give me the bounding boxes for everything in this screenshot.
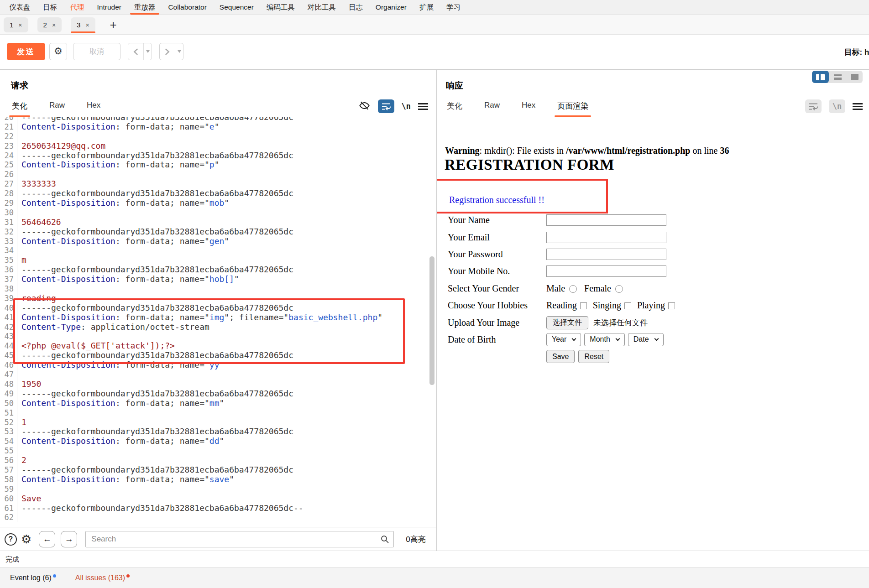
text-input[interactable] xyxy=(546,232,666,243)
add-tab-button[interactable]: + xyxy=(107,19,120,31)
close-tab-icon[interactable]: × xyxy=(52,21,56,29)
checkbox-singing[interactable] xyxy=(624,302,631,309)
menu-item-仪表盘[interactable]: 仪表盘 xyxy=(3,0,37,15)
chevron-right-icon[interactable] xyxy=(160,43,175,60)
close-tab-icon[interactable]: × xyxy=(18,21,22,29)
editor-menu-icon[interactable] xyxy=(418,103,428,110)
menu-item-Intruder[interactable]: Intruder xyxy=(91,0,128,15)
request-line: 29Content-Disposition: form-data; name="… xyxy=(0,198,436,208)
select-date[interactable]: Date xyxy=(628,333,664,346)
select-year[interactable]: Year xyxy=(546,333,581,346)
chevron-down-icon xyxy=(572,337,576,341)
request-editor[interactable]: 20------geckoformboundaryd351da7b32881ec… xyxy=(0,117,436,527)
repeater-tab-2[interactable]: 2× xyxy=(37,17,62,32)
response-view-tabs: 美化RawHex页面渲染 xyxy=(446,99,589,117)
response-panel: 响应 美化RawHex页面渲染 \n Warning: mkdir(): Fil… xyxy=(437,70,869,551)
forward-history-dropdown[interactable] xyxy=(175,43,183,60)
word-wrap-icon[interactable] xyxy=(378,99,394,113)
line-number: 21 xyxy=(0,122,14,132)
line-text: ------geckoformboundaryd351da7b32881ecba… xyxy=(17,265,436,275)
request-view-tab-Hex[interactable]: Hex xyxy=(86,99,101,117)
gear-icon: ⚙ xyxy=(54,46,63,57)
line-number: 24 xyxy=(0,151,14,161)
repeater-tab-1[interactable]: 1× xyxy=(4,17,28,32)
line-text: m xyxy=(17,255,436,265)
menu-item-扩展[interactable]: 扩展 xyxy=(413,0,440,15)
back-request-split-button[interactable] xyxy=(128,43,152,60)
line-number: 27 xyxy=(0,179,14,189)
split-rows-layout-button[interactable] xyxy=(829,71,846,83)
search-settings-gear-icon[interactable]: ⚙ xyxy=(21,533,31,545)
all-issues-link[interactable]: All issues (163) xyxy=(75,574,125,582)
send-button[interactable]: 发送 xyxy=(7,43,45,60)
form-row-your-email: Your Email xyxy=(448,229,681,245)
menu-item-目标[interactable]: 目标 xyxy=(37,0,64,15)
newline-icon[interactable]: \n xyxy=(402,102,411,111)
line-number: 35 xyxy=(0,255,14,265)
request-line: 481950 xyxy=(0,380,436,389)
form-row-your-password: Your Password xyxy=(448,246,681,263)
response-view-tab-页面渲染[interactable]: 页面渲染 xyxy=(556,99,589,117)
menu-item-日志[interactable]: 日志 xyxy=(342,0,369,15)
request-line: 43 xyxy=(0,332,436,341)
bottom-bar: Event log (6) All issues (163) xyxy=(0,567,869,588)
request-line: 521 xyxy=(0,418,436,427)
close-tab-icon[interactable]: × xyxy=(85,21,89,29)
line-number: 53 xyxy=(0,427,14,437)
request-line: 51 xyxy=(0,408,436,418)
repeater-tab-3[interactable]: 3× xyxy=(71,17,95,32)
save-button[interactable]: Save xyxy=(546,350,575,363)
search-input[interactable] xyxy=(85,531,394,547)
text-input[interactable] xyxy=(546,249,666,260)
reset-button[interactable]: Reset xyxy=(578,350,609,363)
response-view-tab-Raw[interactable]: Raw xyxy=(483,99,501,117)
previous-match-button[interactable]: ← xyxy=(39,531,55,547)
word-wrap-icon[interactable] xyxy=(805,99,822,113)
line-text: ------geckoformboundaryd351da7b32881ecba… xyxy=(17,465,436,475)
line-number: 26 xyxy=(0,170,14,179)
chevron-left-icon[interactable] xyxy=(128,43,143,60)
newline-icon[interactable]: \n xyxy=(829,99,845,113)
menu-item-学习[interactable]: 学习 xyxy=(440,0,467,15)
response-view-tab-Hex[interactable]: Hex xyxy=(521,99,536,117)
menu-item-重放器[interactable]: 重放器 xyxy=(128,0,162,15)
request-view-tab-美化[interactable]: 美化 xyxy=(11,99,28,117)
request-scrollbar-thumb[interactable] xyxy=(429,256,434,385)
menu-item-对比工具[interactable]: 对比工具 xyxy=(301,0,342,15)
settings-gear-button[interactable]: ⚙ xyxy=(49,43,67,60)
request-line: 49------geckoformboundaryd351da7b32881ec… xyxy=(0,389,436,399)
line-text: ------geckoformboundaryd351da7b32881ecba… xyxy=(17,227,436,237)
line-text: Content-Disposition: form-data; name="im… xyxy=(17,313,436,323)
line-number: 62 xyxy=(0,513,14,522)
menu-item-代理[interactable]: 代理 xyxy=(64,0,91,15)
select-month[interactable]: Month xyxy=(584,333,624,346)
back-history-dropdown[interactable] xyxy=(143,43,152,60)
menu-item-Sequencer[interactable]: Sequencer xyxy=(213,0,260,15)
checkbox-reading[interactable] xyxy=(580,302,587,309)
choose-file-button[interactable]: 选择文件 xyxy=(546,316,588,329)
menu-item-Organizer[interactable]: Organizer xyxy=(369,0,413,15)
radio-button-female[interactable] xyxy=(615,285,623,293)
request-line: 62 xyxy=(0,513,436,522)
cancel-button[interactable]: 取消 xyxy=(73,43,120,60)
line-text xyxy=(17,246,436,255)
hide-nonprintable-eye-icon[interactable] xyxy=(358,99,371,114)
request-view-tab-Raw[interactable]: Raw xyxy=(48,99,66,117)
line-number: 44 xyxy=(0,341,14,351)
editor-menu-icon[interactable] xyxy=(853,103,863,110)
next-match-button[interactable]: → xyxy=(61,531,77,547)
text-input[interactable] xyxy=(546,265,666,277)
radio-button-male[interactable] xyxy=(569,285,577,293)
checkbox-playing[interactable] xyxy=(668,302,675,309)
single-pane-layout-button[interactable] xyxy=(846,71,863,83)
menu-item-Collaborator[interactable]: Collaborator xyxy=(162,0,213,15)
help-icon[interactable]: ? xyxy=(5,533,17,546)
response-view-tab-美化[interactable]: 美化 xyxy=(446,99,463,117)
text-input[interactable] xyxy=(546,214,666,226)
menu-item-编码工具[interactable]: 编码工具 xyxy=(260,0,301,15)
forward-request-split-button[interactable] xyxy=(159,43,183,60)
field-label: Your Password xyxy=(448,249,546,260)
split-columns-layout-button[interactable] xyxy=(812,71,829,83)
request-line: 38 xyxy=(0,284,436,294)
event-log-link[interactable]: Event log (6) xyxy=(10,574,52,582)
